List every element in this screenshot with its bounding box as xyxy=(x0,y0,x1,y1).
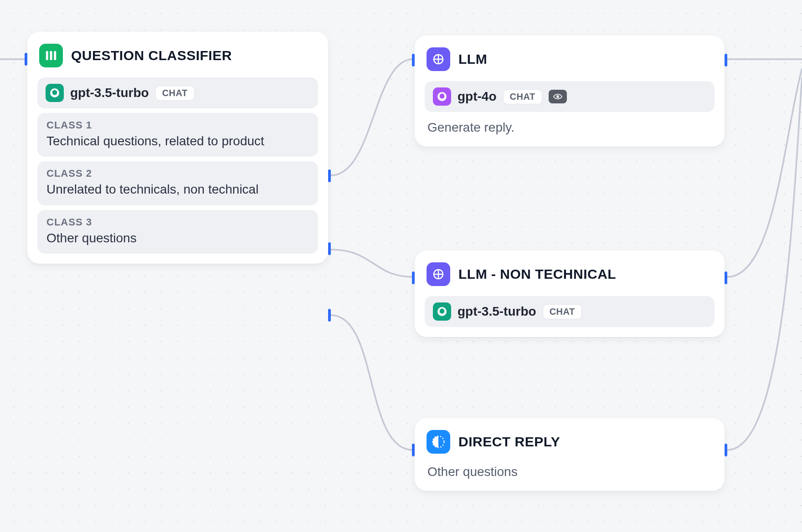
port-in[interactable] xyxy=(25,53,27,66)
classifier-icon xyxy=(39,44,63,67)
node-header: LLM xyxy=(425,45,715,74)
class-text: Other questions xyxy=(46,230,309,246)
model-name: gpt-3.5-turbo xyxy=(70,86,149,100)
node-description: Other questions xyxy=(425,465,715,481)
node-description: Generate reply. xyxy=(425,120,715,137)
node-llm-non-technical[interactable]: LLM - NON TECHNICAL gpt-3.5-turbo CHAT xyxy=(415,251,725,337)
node-title: QUESTION CLASSIFIER xyxy=(71,48,232,63)
port-in[interactable] xyxy=(412,271,415,284)
class-text: Unrelated to technicals, non technical xyxy=(46,181,309,198)
node-title: LLM xyxy=(458,51,487,67)
port-out[interactable] xyxy=(725,444,727,456)
model-name: gpt-3.5-turbo xyxy=(458,304,536,319)
model-selector[interactable]: gpt-3.5-turbo CHAT xyxy=(425,296,715,327)
port-in[interactable] xyxy=(412,444,415,456)
svg-rect-1 xyxy=(50,51,52,60)
openai-icon xyxy=(433,87,451,106)
node-header: QUESTION CLASSIFIER xyxy=(37,41,318,70)
vision-icon xyxy=(549,90,567,103)
port-out[interactable] xyxy=(725,271,727,284)
llm-icon xyxy=(427,47,450,71)
svg-rect-0 xyxy=(46,51,48,60)
model-badge: CHAT xyxy=(503,89,542,104)
node-title: DIRECT REPLY xyxy=(458,434,560,450)
class-label: CLASS 3 xyxy=(46,216,309,228)
port-in[interactable] xyxy=(412,54,415,66)
openai-icon xyxy=(433,302,451,321)
model-selector[interactable]: gpt-3.5-turbo CHAT xyxy=(37,77,318,108)
node-header: LLM - NON TECHNICAL xyxy=(425,260,715,289)
openai-icon xyxy=(46,84,64,102)
llm-icon xyxy=(427,262,450,286)
direct-reply-icon xyxy=(427,430,450,454)
port-out-class-3[interactable] xyxy=(328,309,331,322)
class-1[interactable]: CLASS 1 Technical questions, related to … xyxy=(37,113,318,157)
port-out-class-2[interactable] xyxy=(328,242,331,255)
node-question-classifier[interactable]: QUESTION CLASSIFIER gpt-3.5-turbo CHAT C… xyxy=(27,32,328,264)
svg-point-4 xyxy=(557,96,559,97)
class-3[interactable]: CLASS 3 Other questions xyxy=(37,210,318,254)
port-out-class-1[interactable] xyxy=(328,169,331,182)
model-name: gpt-4o xyxy=(458,89,497,104)
model-badge: CHAT xyxy=(155,86,195,101)
class-text: Technical questions, related to product xyxy=(46,133,309,149)
model-badge: CHAT xyxy=(543,304,582,319)
node-direct-reply[interactable]: DIRECT REPLY Other questions xyxy=(415,418,725,491)
node-llm[interactable]: LLM gpt-4o CHAT Generate reply. xyxy=(415,36,725,147)
class-2[interactable]: CLASS 2 Unrelated to technicals, non tec… xyxy=(37,161,318,205)
class-label: CLASS 1 xyxy=(46,119,309,131)
node-header: DIRECT REPLY xyxy=(425,427,715,456)
svg-rect-2 xyxy=(54,51,56,60)
model-selector[interactable]: gpt-4o CHAT xyxy=(425,81,715,112)
port-out[interactable] xyxy=(725,54,727,66)
node-title: LLM - NON TECHNICAL xyxy=(458,266,616,282)
class-label: CLASS 2 xyxy=(46,168,309,179)
